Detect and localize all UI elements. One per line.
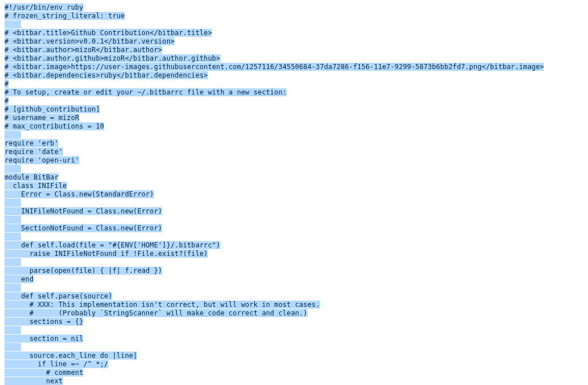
code-line: require 'date' — [5, 148, 63, 156]
code-line: section = nil — [5, 335, 83, 343]
code-line: # username = mizoR — [5, 114, 79, 122]
code-line — [5, 20, 21, 28]
code-line: source.each_line do |line| — [5, 352, 137, 360]
code-line — [5, 343, 21, 351]
code-line: def self.parse(source) — [5, 292, 112, 300]
code-line: INIFileNotFound = Class.new(Error) — [5, 207, 162, 215]
source-code-block: #!/usr/bin/env ruby # frozen_string_lite… — [0, 0, 588, 385]
code-line: # <bitbar.title>Github Contribution</bit… — [5, 29, 212, 37]
code-line: # (Probably `StringScanner` will make co… — [5, 309, 308, 317]
code-line — [5, 131, 21, 139]
code-line: module BitBar — [5, 173, 58, 181]
code-line: # <bitbar.image>https://user-images.gith… — [5, 63, 544, 71]
code-line — [5, 258, 21, 266]
code-line — [5, 165, 21, 173]
code-line: #!/usr/bin/env ruby — [5, 3, 83, 11]
code-line — [5, 199, 21, 207]
code-line — [5, 216, 21, 224]
code-line: SectionNotFound = Class.new(Error) — [5, 224, 162, 232]
code-line: require 'open-uri' — [5, 156, 79, 164]
code-line: # frozen_string_literal: true — [5, 12, 125, 20]
code-line: # comment — [5, 369, 83, 377]
code-line: # <bitbar.author.github>mizoR</bitbar.au… — [5, 54, 220, 62]
code-line: # — [5, 80, 8, 88]
code-line: # — [5, 97, 8, 105]
code-line: def self.load(file = "#{ENV['HOME']}/.bi… — [5, 241, 220, 249]
code-line: Error = Class.new(StandardError) — [5, 190, 154, 198]
code-line — [5, 326, 21, 334]
code-line: require 'erb' — [5, 139, 58, 147]
code-line: class INIFile — [5, 182, 67, 190]
code-line: # To setup, create or edit your ~/.bitba… — [5, 88, 287, 96]
code-line: end — [5, 275, 33, 283]
code-line — [5, 233, 21, 241]
code-line: # <bitbar.dependencies>ruby</bitbar.depe… — [5, 71, 208, 79]
code-line: sections = {} — [5, 318, 83, 326]
code-line — [5, 284, 21, 292]
code-line: # max_contributions = 10 — [5, 122, 104, 130]
code-line: # <bitbar.author>mizoR</bitbar.author> — [5, 46, 162, 54]
code-line: next — [5, 377, 63, 385]
code-line: # <bitbar.version>v0.0.1</bitbar.version… — [5, 37, 174, 45]
code-line: raise INIFileNotFound if !File.exist?(fi… — [5, 250, 208, 258]
code-line: parse(open(file) { |f| f.read }) — [5, 267, 162, 275]
code-line: # [github_contribution] — [5, 105, 100, 113]
code-line: # XXX: This implementation isn't correct… — [5, 301, 320, 309]
code-line: if line =~ /^ *;/ — [5, 360, 108, 368]
